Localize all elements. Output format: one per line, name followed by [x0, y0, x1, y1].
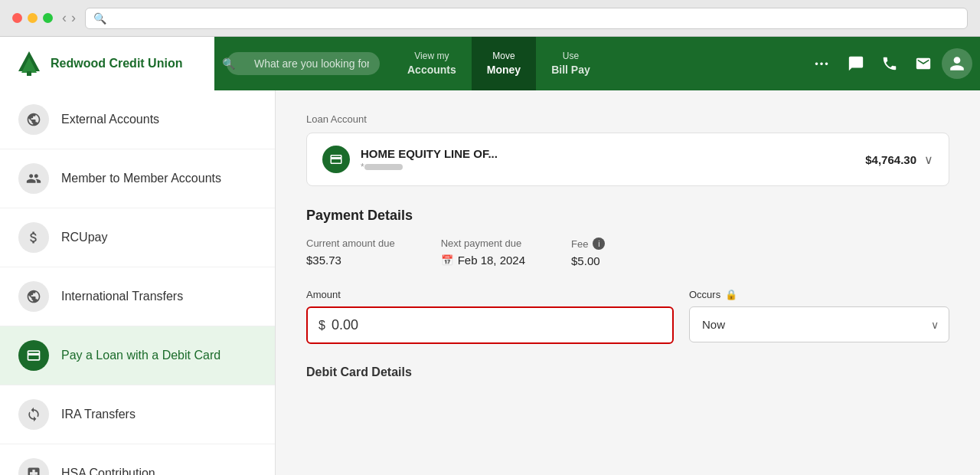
mail-button[interactable]: [908, 48, 939, 79]
sidebar-item-external-accounts[interactable]: External Accounts: [0, 90, 275, 149]
browser-nav-buttons: ‹ ›: [62, 10, 76, 26]
nav-area: 🔍 View my Accounts Move Money Use Bill P…: [214, 37, 980, 90]
main: External Accounts Member to Member Accou…: [0, 90, 980, 475]
nav-move-money-sub: Money: [487, 63, 521, 77]
search-input[interactable]: [227, 52, 380, 75]
current-amount-due-label: Current amount due: [306, 238, 395, 249]
nav-bill-pay-sub: Bill Pay: [551, 63, 590, 77]
account-mask: [364, 164, 403, 170]
payment-details-row: Current amount due $35.73 Next payment d…: [306, 238, 949, 267]
occurs-label: Occurs 🔒: [689, 289, 949, 300]
phone-icon: [881, 55, 898, 72]
browser-chrome: ‹ › 🔍: [0, 0, 980, 37]
fee-info-icon[interactable]: i: [593, 238, 605, 250]
current-amount-due-value: $35.73: [306, 254, 395, 267]
ira-transfers-label: IRA Transfers: [61, 408, 136, 421]
sidebar-item-rcupay[interactable]: RCUpay: [0, 208, 275, 267]
next-payment-due-field: Next payment due 📅 Feb 18, 2024: [441, 238, 525, 267]
amount-label: Amount: [306, 289, 674, 300]
amount-input-wrap: $: [306, 306, 674, 344]
pay-loan-debit-icon: [18, 340, 49, 371]
search-bar-wrap: 🔍: [214, 37, 392, 90]
content-area: Loan Account HOME EQUITY LINE OF... * $4…: [276, 90, 980, 475]
occurs-field: Occurs 🔒 Now Later Recurring ∨: [689, 289, 949, 342]
fullscreen-traffic-light[interactable]: [43, 13, 53, 23]
rcupay-label: RCUpay: [61, 231, 107, 244]
address-search-icon: 🔍: [93, 12, 106, 25]
top-bar: Redwood Credit Union 🔍 View my Accounts …: [0, 37, 980, 90]
ira-transfers-icon: [18, 399, 49, 430]
occurs-select[interactable]: Now Later Recurring: [689, 306, 949, 342]
loan-account-name: HOME EQUITY LINE OF...: [361, 147, 498, 160]
loan-card-left: HOME EQUITY LINE OF... *: [322, 146, 498, 173]
mail-icon: [915, 55, 932, 72]
svg-rect-2: [27, 71, 31, 76]
international-transfers-icon: [18, 281, 49, 312]
next-payment-due-label: Next payment due: [441, 238, 525, 249]
close-traffic-light[interactable]: [12, 13, 22, 23]
member-to-member-icon: [18, 163, 49, 194]
forward-button[interactable]: ›: [71, 10, 76, 26]
debit-card-details-title: Debit Card Details: [306, 365, 949, 379]
next-payment-due-value: 📅 Feb 18, 2024: [441, 254, 525, 267]
minimize-traffic-light[interactable]: [28, 13, 38, 23]
loan-account-card[interactable]: HOME EQUITY LINE OF... * $4,764.30 ∨: [306, 133, 949, 186]
sidebar-item-pay-loan-debit[interactable]: Pay a Loan with a Debit Card: [0, 326, 275, 385]
logo-text: Redwood Credit Union: [51, 57, 182, 70]
nav-actions: •••: [799, 37, 980, 90]
sidebar-item-member-to-member[interactable]: Member to Member Accounts: [0, 149, 275, 208]
international-transfers-label: International Transfers: [61, 290, 183, 303]
nav-item-move-money[interactable]: Move Money: [472, 37, 536, 90]
app: Redwood Credit Union 🔍 View my Accounts …: [0, 37, 980, 475]
loan-amount: $4,764.30: [865, 153, 916, 166]
external-accounts-label: External Accounts: [61, 113, 159, 126]
loan-account-info: HOME EQUITY LINE OF... *: [361, 147, 498, 172]
loan-account-label: Loan Account: [306, 113, 949, 125]
nav-bill-pay-top: Use: [563, 51, 579, 63]
user-avatar-button[interactable]: [942, 48, 972, 79]
traffic-lights: [12, 13, 53, 23]
nav-item-use-bill-pay[interactable]: Use Bill Pay: [536, 37, 606, 90]
payment-details-title: Payment Details: [306, 208, 949, 224]
nav-view-accounts-top: View my: [414, 51, 449, 63]
more-button[interactable]: •••: [807, 48, 838, 79]
logo-area: Redwood Credit Union: [0, 37, 214, 90]
fee-label: Fee i: [571, 238, 605, 250]
hsa-contribution-icon: [18, 458, 49, 475]
amount-input[interactable]: [332, 317, 662, 333]
back-button[interactable]: ‹: [62, 10, 67, 26]
lock-icon: 🔒: [725, 289, 737, 300]
nav-move-money-top: Move: [492, 51, 514, 63]
loan-account-icon: [322, 146, 350, 173]
nav-item-view-accounts[interactable]: View my Accounts: [392, 37, 472, 90]
loan-chevron-icon: ∨: [924, 152, 933, 167]
chat-button[interactable]: [841, 48, 871, 79]
fee-field: Fee i $5.00: [571, 238, 605, 267]
pay-loan-debit-label: Pay a Loan with a Debit Card: [61, 349, 220, 362]
phone-button[interactable]: [874, 48, 905, 79]
member-to-member-label: Member to Member Accounts: [61, 172, 221, 185]
sidebar-item-international-transfers[interactable]: International Transfers: [0, 267, 275, 326]
address-bar[interactable]: 🔍: [85, 8, 968, 29]
chat-icon: [848, 55, 864, 72]
logo-icon: [15, 50, 43, 77]
nav-items: View my Accounts Move Money Use Bill Pay: [392, 37, 606, 90]
sidebar-item-ira-transfers[interactable]: IRA Transfers: [0, 385, 275, 444]
calendar-icon: 📅: [441, 254, 453, 266]
search-nav-icon: 🔍: [222, 57, 235, 70]
hsa-contribution-label: HSA Contribution: [61, 467, 155, 475]
loan-account-number: *: [361, 162, 498, 172]
current-amount-due-field: Current amount due $35.73: [306, 238, 395, 267]
sidebar-item-hsa-contribution[interactable]: HSA Contribution: [0, 444, 275, 475]
fee-value: $5.00: [571, 254, 605, 267]
amount-field: Amount $: [306, 289, 674, 344]
amount-occurs-row: Amount $ Occurs 🔒 Now Later: [306, 289, 949, 344]
rcupay-icon: [18, 222, 49, 253]
user-icon: [949, 55, 965, 72]
sidebar: External Accounts Member to Member Accou…: [0, 90, 276, 475]
dollar-sign: $: [318, 319, 325, 332]
occurs-wrap: Now Later Recurring ∨: [689, 306, 949, 342]
external-accounts-icon: [18, 104, 49, 135]
loan-amount-area: $4,764.30 ∨: [865, 152, 933, 167]
nav-view-accounts-sub: Accounts: [407, 63, 456, 77]
